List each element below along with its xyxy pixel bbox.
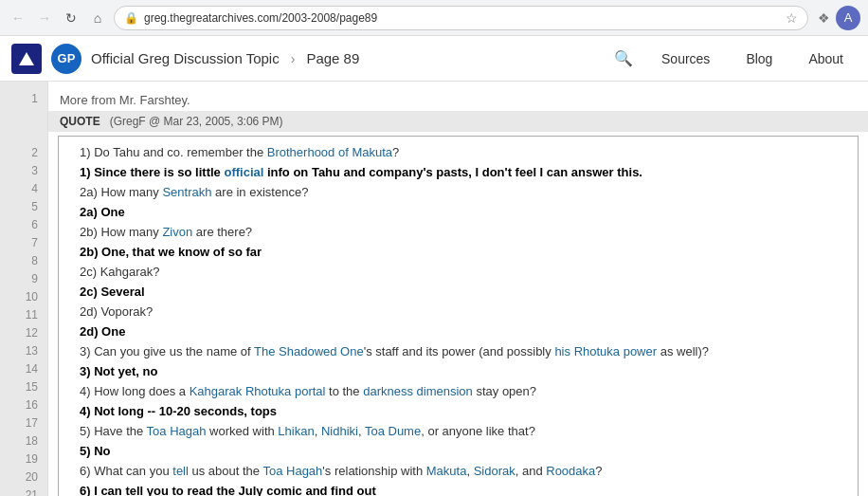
bookmark-icon[interactable]: ☆ <box>786 10 798 26</box>
quote-label: QUOTE <box>60 115 100 128</box>
url-input[interactable] <box>144 11 780 25</box>
line-num-13: 13 <box>0 341 47 359</box>
extensions-icon[interactable]: ❖ <box>818 10 830 26</box>
line-num-2: 2 <box>0 143 47 161</box>
site-logo-triangle <box>11 44 42 74</box>
line-num-blank2 <box>0 125 47 143</box>
line-15: 4) Not long -- 10-20 seconds, tops <box>68 401 848 421</box>
search-icon: 🔍 <box>614 49 633 67</box>
line-num-9: 9 <box>0 269 47 287</box>
back-button[interactable]: ← <box>8 8 28 28</box>
line-10: 2d) Voporak? <box>68 302 848 321</box>
refresh-button[interactable]: ↻ <box>61 8 81 28</box>
link-kahgarak[interactable]: Kahgarak Rhotuka portal <box>190 384 326 398</box>
line-num-blank1 <box>0 107 47 125</box>
forward-button[interactable]: → <box>34 8 55 28</box>
line-num-6: 6 <box>0 215 47 233</box>
line-19: 6) I can tell you to read the July comic… <box>68 481 848 496</box>
quote-block: 1) Do Tahu and co. remember the Brotherh… <box>58 136 859 496</box>
quote-author: (GregF @ Mar 23, 2005, 3:06 PM) <box>110 115 283 128</box>
nav-link-sources[interactable]: Sources <box>648 36 723 82</box>
link-makuta[interactable]: Makuta <box>426 464 467 478</box>
address-bar: 🔒 ☆ <box>114 6 808 30</box>
line-num-7: 7 <box>0 233 47 251</box>
line-3: 1) Since there is so little official inf… <box>68 162 848 182</box>
link-tell: tell <box>172 464 189 478</box>
link-toa-hagah[interactable]: Toa Hagah <box>147 424 207 438</box>
site-logo-gp: GP <box>51 44 81 74</box>
line-num-11: 11 <box>0 305 47 323</box>
link-sentrakh[interactable]: Sentrakh <box>162 185 211 199</box>
line-num-12: 12 <box>0 323 47 341</box>
line-num-14: 14 <box>0 359 47 377</box>
line-5: 2a) One <box>68 202 848 222</box>
link-toa-dume[interactable]: Toa Dume <box>365 424 421 438</box>
line-8: 2c) Kahgarak? <box>68 262 848 282</box>
line-17: 5) No <box>68 441 848 461</box>
link-official: official <box>224 165 263 179</box>
line-num-21: 21 <box>0 486 47 496</box>
line-num-1: 1 <box>0 89 47 107</box>
link-roodaka[interactable]: Roodaka <box>546 464 595 478</box>
browser-chrome: ← → ↻ ⌂ 🔒 ☆ ❖ A <box>0 0 868 36</box>
profile-avatar[interactable]: A <box>836 6 860 30</box>
line-num-19: 19 <box>0 450 47 468</box>
line-9: 2c) Several <box>68 282 848 302</box>
triangle-icon <box>19 52 34 65</box>
quote-header: QUOTE (GregF @ Mar 23, 2005, 3:06 PM) <box>48 111 868 132</box>
page-title: Official Greg Discussion Topic <box>91 50 280 66</box>
link-shadowed-one[interactable]: The Shadowed One <box>254 344 364 358</box>
nav-link-about[interactable]: About <box>795 36 857 82</box>
link-his: his <box>554 344 570 358</box>
line-num-4: 4 <box>0 179 47 197</box>
line-11: 2d) One <box>68 321 848 341</box>
line-numbers: 1 2 3 4 5 6 7 8 9 10 11 12 13 14 15 16 1… <box>0 82 47 496</box>
line-num-8: 8 <box>0 251 47 269</box>
search-button[interactable]: 🔍 <box>608 44 639 74</box>
line-num-3: 3 <box>0 161 47 179</box>
line-16: 5) Have the Toa Hagah worked with Lhikan… <box>68 421 848 441</box>
line-12: 3) Can you give us the name of The Shado… <box>68 341 848 361</box>
line-num-5: 5 <box>0 197 47 215</box>
line-4: 2a) How many Sentrakh are in existence? <box>68 182 848 202</box>
link-toa-hagah2[interactable]: Toa Hagah <box>262 464 322 478</box>
line-6: 2b) How many Zivon are there? <box>68 222 848 242</box>
line-7: 2b) One, that we know of so far <box>68 242 848 262</box>
line-num-17: 17 <box>0 413 47 432</box>
nav-link-blog[interactable]: Blog <box>732 36 786 82</box>
lock-icon: 🔒 <box>124 11 138 25</box>
home-button[interactable]: ⌂ <box>87 8 108 28</box>
line-num-16: 16 <box>0 395 47 413</box>
link-rhotuka[interactable]: Rhotuka power <box>574 344 657 358</box>
content-area: More from Mr. Farshtey. QUOTE (GregF @ M… <box>47 82 868 496</box>
main-content: 1 2 3 4 5 6 7 8 9 10 11 12 13 14 15 16 1… <box>0 82 868 496</box>
link-lhikan[interactable]: Lhikan <box>278 424 314 438</box>
link-brotherhood[interactable]: Brotherhood of Makuta <box>267 145 392 159</box>
link-nidhiki[interactable]: Nidhiki <box>321 424 358 438</box>
breadcrumb-separator: › <box>291 51 296 66</box>
link-darkness[interactable]: darkness dimension <box>363 384 473 398</box>
meta-row: More from Mr. Farshtey. <box>48 89 868 111</box>
app-header: GP Official Greg Discussion Topic › Page… <box>0 36 868 82</box>
page-number: Page 89 <box>306 50 359 66</box>
line-2: 1) Do Tahu and co. remember the Brotherh… <box>68 142 848 162</box>
line-13: 3) Not yet, no <box>68 361 848 381</box>
line-num-18: 18 <box>0 432 47 450</box>
line-18: 6) What can you tell us about the Toa Ha… <box>68 461 848 481</box>
link-zivon[interactable]: Zivon <box>162 225 192 239</box>
line-num-10: 10 <box>0 287 47 305</box>
line-14: 4) How long does a Kahgarak Rhotuka port… <box>68 381 848 401</box>
line-num-20: 20 <box>0 468 47 486</box>
link-sidorak[interactable]: Sidorak <box>474 464 515 478</box>
line-num-15: 15 <box>0 377 47 395</box>
